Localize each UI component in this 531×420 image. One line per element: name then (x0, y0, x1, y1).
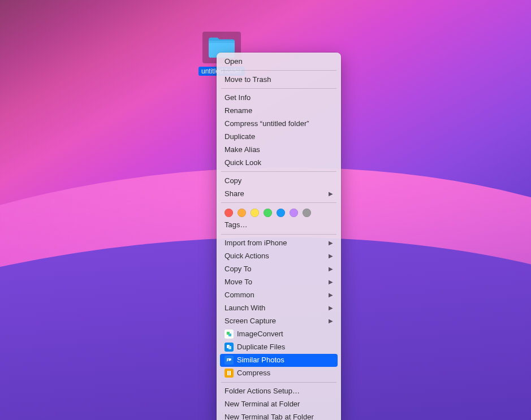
menu-import-iphone[interactable]: Import from iPhone ▶ (217, 237, 341, 250)
similar-photos-icon (225, 356, 234, 365)
menu-label: Share (225, 189, 244, 198)
menu-label: Quick Look (225, 158, 261, 167)
menu-label: Rename (225, 106, 252, 115)
compress-icon (225, 369, 234, 378)
image-convert-icon (225, 330, 234, 339)
tag-green[interactable] (264, 209, 272, 217)
chevron-right-icon: ▶ (329, 252, 333, 261)
menu-compress-named[interactable]: Compress “untitled folder” (217, 117, 341, 130)
chevron-right-icon: ▶ (329, 239, 333, 248)
menu-make-alias[interactable]: Make Alias (217, 143, 341, 156)
menu-label: Open (225, 57, 243, 66)
menu-quick-actions[interactable]: Quick Actions ▶ (217, 250, 341, 263)
menu-label: Tags… (225, 220, 247, 230)
menu-duplicate[interactable]: Duplicate (217, 130, 341, 143)
menu-rename[interactable]: Rename (217, 104, 341, 117)
menu-new-terminal[interactable]: New Terminal at Folder (217, 398, 341, 411)
menu-open[interactable]: Open (217, 55, 341, 68)
menu-separator (221, 382, 336, 383)
menu-label: Duplicate (225, 132, 255, 141)
chevron-right-icon: ▶ (329, 189, 333, 198)
chevron-right-icon: ▶ (329, 265, 333, 274)
menu-label: Screen Capture (225, 317, 276, 326)
menu-similar-photos[interactable]: Similar Photos (220, 354, 338, 367)
menu-label: New Terminal Tab at Folder (225, 413, 314, 420)
menu-label: New Terminal at Folder (225, 400, 300, 409)
menu-copy[interactable]: Copy (217, 174, 341, 187)
menu-label: Move To (225, 278, 252, 287)
tag-blue[interactable] (277, 209, 285, 217)
chevron-right-icon: ▶ (329, 304, 333, 313)
menu-label: Similar Photos (237, 356, 284, 365)
menu-copy-to[interactable]: Copy To ▶ (217, 263, 341, 276)
menu-label: Common (225, 291, 254, 300)
menu-label: Launch With (225, 304, 265, 313)
menu-label: ImageConvert (237, 330, 283, 339)
menu-separator (221, 202, 336, 203)
menu-launch-with[interactable]: Launch With ▶ (217, 302, 341, 315)
menu-move-to-trash[interactable]: Move to Trash (217, 73, 341, 86)
menu-label: Copy (225, 176, 241, 185)
menu-quick-look[interactable]: Quick Look (217, 156, 341, 169)
menu-label: Compress “untitled folder” (225, 119, 309, 128)
menu-get-info[interactable]: Get Info (217, 91, 341, 104)
menu-common[interactable]: Common ▶ (217, 289, 341, 302)
menu-label: Compress (237, 369, 270, 378)
menu-folder-actions-setup[interactable]: Folder Actions Setup… (217, 385, 341, 398)
menu-separator (221, 70, 336, 71)
tag-red[interactable] (225, 209, 233, 217)
menu-label: Make Alias (225, 145, 260, 154)
tag-orange[interactable] (238, 209, 246, 217)
tag-yellow[interactable] (251, 209, 259, 217)
menu-image-convert[interactable]: ImageConvert (217, 328, 341, 341)
svg-point-5 (228, 359, 229, 360)
duplicate-files-icon (225, 343, 234, 352)
menu-label: Copy To (225, 265, 251, 274)
menu-duplicate-files[interactable]: Duplicate Files (217, 341, 341, 354)
menu-move-to[interactable]: Move To ▶ (217, 276, 341, 289)
menu-label: Folder Actions Setup… (225, 387, 300, 396)
tag-gray[interactable] (303, 209, 311, 217)
context-menu: Open Move to Trash Get Info Rename Compr… (217, 53, 341, 420)
chevron-right-icon: ▶ (329, 317, 333, 326)
menu-label: Move to Trash (225, 75, 271, 84)
menu-label: Get Info (225, 93, 251, 102)
menu-new-terminal-tab[interactable]: New Terminal Tab at Folder (217, 411, 341, 421)
svg-rect-7 (229, 371, 230, 375)
chevron-right-icon: ▶ (329, 291, 333, 300)
menu-label: Import from iPhone (225, 239, 287, 248)
menu-tags[interactable]: Tags… (217, 219, 341, 232)
menu-label: Duplicate Files (237, 343, 285, 352)
tag-purple[interactable] (290, 209, 298, 217)
menu-compress-action[interactable]: Compress (217, 367, 341, 380)
menu-separator (221, 234, 336, 235)
svg-rect-3 (228, 346, 231, 349)
chevron-right-icon: ▶ (329, 278, 333, 287)
menu-screen-capture[interactable]: Screen Capture ▶ (217, 315, 341, 328)
svg-rect-1 (209, 41, 235, 43)
menu-label: Quick Actions (225, 252, 269, 261)
menu-share[interactable]: Share ▶ (217, 187, 341, 200)
menu-separator (221, 171, 336, 172)
menu-separator (221, 88, 336, 89)
tag-colors-row (217, 205, 341, 219)
